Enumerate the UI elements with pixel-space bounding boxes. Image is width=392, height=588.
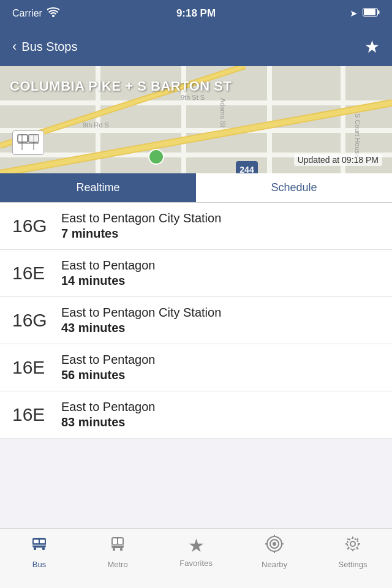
route-destination-4: East to Pentagon bbox=[61, 400, 155, 414]
location-icon: ➤ bbox=[350, 8, 358, 19]
svg-rect-35 bbox=[118, 538, 123, 544]
status-left: Carrier bbox=[12, 7, 59, 20]
stop-title: COLUMBIA PIKE + S BARTON ST bbox=[10, 78, 232, 94]
svg-rect-34 bbox=[113, 538, 117, 544]
svg-rect-37 bbox=[120, 548, 123, 551]
route-number-0: 16G bbox=[12, 216, 61, 236]
status-time: 9:18 PM bbox=[176, 7, 216, 20]
svg-text:244: 244 bbox=[239, 165, 254, 173]
map-updated-label: Updated at 09:18 PM bbox=[294, 154, 382, 166]
route-row-3[interactable]: 16E East to Pentagon 56 minutes bbox=[0, 344, 392, 391]
route-row-2[interactable]: 16G East to Pentagon City Station 43 min… bbox=[0, 297, 392, 344]
svg-rect-29 bbox=[42, 548, 45, 550]
svg-rect-22 bbox=[18, 135, 28, 142]
route-destination-3: East to Pentagon bbox=[61, 353, 155, 367]
back-button[interactable]: ‹ Bus Stops bbox=[12, 39, 78, 55]
route-number-4: 16E bbox=[12, 404, 61, 425]
svg-point-47 bbox=[347, 538, 358, 549]
routes-list: 16G East to Pentagon City Station 7 minu… bbox=[0, 203, 392, 439]
svg-text:S Court House: S Court House bbox=[354, 113, 361, 157]
map-area: 9th St S 9th Rd S S Court House Adams St… bbox=[0, 66, 392, 173]
back-label: Bus Stops bbox=[21, 40, 77, 54]
svg-text:9th St S: 9th St S bbox=[181, 94, 205, 101]
route-info-2: East to Pentagon City Station 43 minutes bbox=[61, 306, 221, 335]
gear-icon bbox=[344, 535, 362, 557]
status-bar: Carrier 9:18 PM ➤ bbox=[0, 0, 392, 27]
tabbar-settings-label: Settings bbox=[339, 560, 368, 569]
svg-text:9th Rd S: 9th Rd S bbox=[83, 121, 109, 129]
nav-bar: ‹ Bus Stops ★ bbox=[0, 27, 392, 66]
tabbar-metro[interactable]: Metro bbox=[78, 535, 157, 569]
route-time-0: 7 minutes bbox=[61, 227, 221, 241]
wifi-icon bbox=[47, 7, 59, 20]
route-row-4[interactable]: 16E East to Pentagon 83 minutes bbox=[0, 391, 392, 439]
segment-tabs: Realtime Schedule bbox=[0, 173, 392, 203]
tabbar-nearby[interactable]: Nearby bbox=[235, 535, 314, 569]
status-right: ➤ bbox=[350, 8, 380, 19]
route-info-3: East to Pentagon 56 minutes bbox=[61, 353, 155, 382]
route-destination-1: East to Pentagon bbox=[61, 258, 155, 273]
route-number-3: 16E bbox=[12, 357, 61, 378]
carrier-label: Carrier bbox=[12, 8, 42, 19]
map-directions-icon bbox=[12, 130, 44, 155]
svg-rect-28 bbox=[34, 548, 36, 550]
svg-rect-2 bbox=[378, 10, 380, 14]
svg-rect-30 bbox=[34, 540, 39, 543]
tabbar-nearby-label: Nearby bbox=[262, 560, 287, 569]
tabbar-favorites[interactable]: ★ Favorites bbox=[157, 535, 235, 568]
nearby-icon bbox=[265, 535, 284, 557]
tab-realtime[interactable]: Realtime bbox=[0, 173, 196, 202]
route-row-0[interactable]: 16G East to Pentagon City Station 7 minu… bbox=[0, 203, 392, 250]
battery-icon bbox=[363, 8, 380, 19]
route-destination-2: East to Pentagon City Station bbox=[61, 306, 221, 320]
route-destination-0: East to Pentagon City Station bbox=[61, 211, 221, 225]
svg-rect-36 bbox=[113, 548, 115, 551]
back-chevron-icon: ‹ bbox=[12, 39, 17, 55]
bus-icon bbox=[30, 535, 48, 557]
svg-point-21 bbox=[149, 149, 164, 164]
route-time-3: 56 minutes bbox=[61, 368, 155, 382]
svg-rect-31 bbox=[40, 540, 45, 543]
favorite-button[interactable]: ★ bbox=[364, 37, 380, 57]
svg-point-41 bbox=[273, 543, 276, 545]
route-time-2: 43 minutes bbox=[61, 321, 221, 335]
tabbar-bus[interactable]: Bus bbox=[0, 535, 78, 569]
tab-bar: Bus Metro ★ Favorites bbox=[0, 528, 392, 588]
star-icon: ★ bbox=[188, 535, 205, 556]
metro-icon bbox=[108, 535, 127, 557]
route-row-1[interactable]: 16E East to Pentagon 14 minutes bbox=[0, 250, 392, 297]
route-info-4: East to Pentagon 83 minutes bbox=[61, 400, 155, 429]
route-number-1: 16E bbox=[12, 263, 61, 284]
tabbar-bus-label: Bus bbox=[32, 560, 46, 569]
tabbar-metro-label: Metro bbox=[107, 560, 127, 569]
route-time-4: 83 minutes bbox=[61, 415, 155, 429]
svg-point-46 bbox=[350, 541, 355, 546]
route-number-2: 16G bbox=[12, 310, 61, 331]
route-info-0: East to Pentagon City Station 7 minutes bbox=[61, 211, 221, 241]
tabbar-favorites-label: Favorites bbox=[179, 559, 212, 568]
tab-schedule[interactable]: Schedule bbox=[196, 173, 392, 202]
route-info-1: East to Pentagon 14 minutes bbox=[61, 258, 155, 288]
svg-rect-1 bbox=[364, 9, 375, 15]
svg-text:Adams St: Adams St bbox=[219, 98, 227, 127]
tabbar-settings[interactable]: Settings bbox=[314, 535, 392, 569]
route-time-1: 14 minutes bbox=[61, 274, 155, 288]
